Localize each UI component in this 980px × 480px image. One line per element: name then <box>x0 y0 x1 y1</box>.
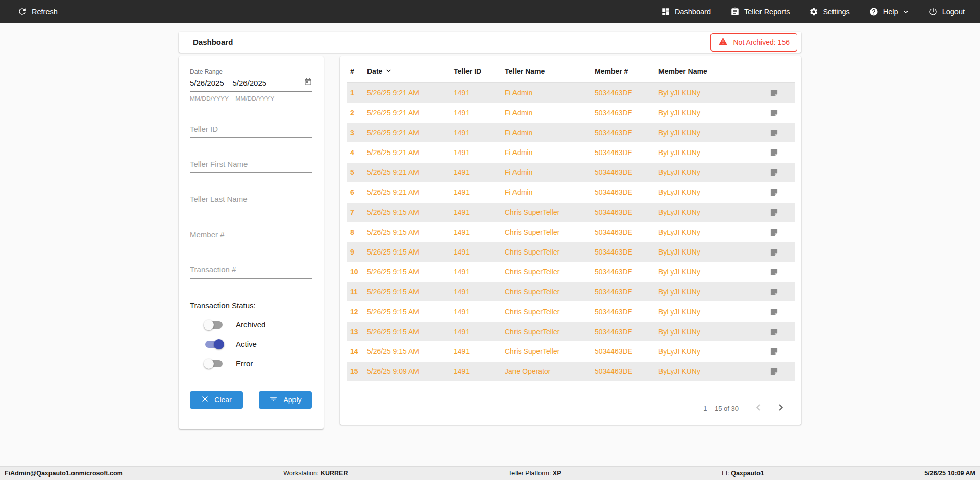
teller-name-cell: Chris SuperTeller <box>505 347 595 356</box>
note-icon[interactable] <box>767 308 795 316</box>
member-number-cell: 5034463DE <box>595 268 658 276</box>
table-row[interactable]: 13 5/26/25 9:15 AM 1491 Chris SuperTelle… <box>347 322 795 341</box>
teller-first-name-input[interactable] <box>190 157 312 173</box>
nav-settings[interactable]: Settings <box>809 7 849 16</box>
nav-logout[interactable]: Logout <box>928 7 965 16</box>
teller-id-cell: 1491 <box>454 109 505 117</box>
sort-desc-icon <box>385 67 392 75</box>
refresh-button[interactable]: Refresh <box>17 7 58 16</box>
col-date[interactable]: Date <box>367 67 454 75</box>
teller-id-cell: 1491 <box>454 367 505 375</box>
teller-name-cell: Fi Admin <box>505 188 595 196</box>
previous-page-button[interactable] <box>754 402 764 414</box>
row-number-cell: 4 <box>347 148 367 157</box>
table-row[interactable]: 9 5/26/25 9:15 AM 1491 Chris SuperTeller… <box>347 242 795 262</box>
date-range-input[interactable] <box>190 79 304 87</box>
workstation-label: Workstation: <box>283 470 318 477</box>
nav-teller-reports[interactable]: Teller Reports <box>730 7 790 16</box>
date-cell: 5/26/25 9:15 AM <box>367 288 454 296</box>
teller-name-cell: Fi Admin <box>505 89 595 97</box>
note-icon[interactable] <box>767 208 795 217</box>
teller-last-name-input[interactable] <box>190 192 312 208</box>
teller-name-cell: Fi Admin <box>505 148 595 157</box>
apply-button-label: Apply <box>283 396 301 404</box>
status-toggle[interactable] <box>205 341 223 348</box>
note-icon[interactable] <box>767 89 795 97</box>
table-row[interactable]: 11 5/26/25 9:15 AM 1491 Chris SuperTelle… <box>347 282 795 301</box>
date-cell: 5/26/25 9:21 AM <box>367 89 454 97</box>
member-number-cell: 5034463DE <box>595 347 658 356</box>
table-row[interactable]: 5 5/26/25 9:21 AM 1491 Fi Admin 5034463D… <box>347 163 795 182</box>
member-name-cell: ByLyJI KUNy <box>658 268 767 276</box>
teller-name-cell: Chris SuperTeller <box>505 327 595 336</box>
member-number-cell: 5034463DE <box>595 89 658 97</box>
row-number-cell: 11 <box>347 288 367 296</box>
table-row[interactable]: 8 5/26/25 9:15 AM 1491 Chris SuperTeller… <box>347 222 795 242</box>
transaction-number-input[interactable] <box>190 262 312 279</box>
teller-name-cell: Fi Admin <box>505 129 595 137</box>
note-icon[interactable] <box>767 129 795 137</box>
member-name-cell: ByLyJI KUNy <box>658 129 767 137</box>
table-row[interactable]: 6 5/26/25 9:21 AM 1491 Fi Admin 5034463D… <box>347 183 795 202</box>
next-page-button[interactable] <box>776 402 786 414</box>
teller-id-cell: 1491 <box>454 327 505 336</box>
row-number-cell: 12 <box>347 308 367 316</box>
table-row[interactable]: 14 5/26/25 9:15 AM 1491 Chris SuperTelle… <box>347 342 795 361</box>
teller-id-cell: 1491 <box>454 347 505 356</box>
date-cell: 5/26/25 9:21 AM <box>367 188 454 196</box>
member-number-cell: 5034463DE <box>595 109 658 117</box>
note-icon[interactable] <box>767 188 795 197</box>
toggle-row-active: Active <box>190 340 312 348</box>
teller-id-input[interactable] <box>190 121 312 138</box>
note-icon[interactable] <box>767 347 795 356</box>
nav-dashboard-label: Dashboard <box>675 8 711 16</box>
table-row[interactable]: 4 5/26/25 9:21 AM 1491 Fi Admin 5034463D… <box>347 143 795 162</box>
row-number-cell: 3 <box>347 129 367 137</box>
note-icon[interactable] <box>767 288 795 296</box>
table-row[interactable]: 15 5/26/25 9:09 AM 1491 Jane Operator 50… <box>347 362 795 381</box>
platform-value: XP <box>553 470 561 477</box>
teller-name-cell: Jane Operator <box>505 367 595 375</box>
nav-dashboard[interactable]: Dashboard <box>661 7 711 16</box>
row-number-cell: 6 <box>347 188 367 196</box>
note-icon[interactable] <box>767 327 795 336</box>
table-row[interactable]: 3 5/26/25 9:21 AM 1491 Fi Admin 5034463D… <box>347 123 795 142</box>
table-row[interactable]: 10 5/26/25 9:15 AM 1491 Chris SuperTelle… <box>347 262 795 282</box>
clear-button[interactable]: Clear <box>190 391 243 409</box>
table-row[interactable]: 2 5/26/25 9:21 AM 1491 Fi Admin 5034463D… <box>347 103 795 122</box>
date-cell: 5/26/25 9:09 AM <box>367 367 454 375</box>
note-icon[interactable] <box>767 109 795 117</box>
teller-id-cell: 1491 <box>454 208 505 216</box>
note-icon[interactable] <box>767 248 795 257</box>
not-archived-badge[interactable]: Not Archived: 156 <box>710 33 797 52</box>
member-number-cell: 5034463DE <box>595 129 658 137</box>
nav-help[interactable]: Help <box>869 7 909 16</box>
note-icon[interactable] <box>767 148 795 157</box>
status-toggle[interactable] <box>205 360 223 367</box>
chevron-down-icon <box>903 9 909 15</box>
note-icon[interactable] <box>767 367 795 376</box>
apply-button[interactable]: Apply <box>259 391 312 409</box>
date-range-label: Date Range <box>190 68 312 75</box>
col-member-number: Member # <box>595 67 658 75</box>
toggle-label-archived: Archived <box>236 320 265 329</box>
nav-logout-label: Logout <box>942 8 965 16</box>
date-cell: 5/26/25 9:15 AM <box>367 228 454 236</box>
status-toggle[interactable] <box>205 321 223 329</box>
teller-id-cell: 1491 <box>454 129 505 137</box>
member-name-cell: ByLyJI KUNy <box>658 168 767 176</box>
table-row[interactable]: 1 5/26/25 9:21 AM 1491 Fi Admin 5034463D… <box>347 83 795 103</box>
note-icon[interactable] <box>767 168 795 177</box>
row-number-cell: 9 <box>347 248 367 256</box>
member-number-input[interactable] <box>190 227 312 243</box>
teller-id-cell: 1491 <box>454 268 505 276</box>
teller-id-cell: 1491 <box>454 248 505 256</box>
note-icon[interactable] <box>767 268 795 276</box>
table-row[interactable]: 7 5/26/25 9:15 AM 1491 Chris SuperTeller… <box>347 203 795 222</box>
results-panel: # Date Teller ID Teller Name Member # Me… <box>340 56 801 425</box>
table-row[interactable]: 12 5/26/25 9:15 AM 1491 Chris SuperTelle… <box>347 302 795 321</box>
calendar-icon[interactable] <box>304 78 312 88</box>
note-icon[interactable] <box>767 228 795 237</box>
col-teller-name: Teller Name <box>505 67 595 75</box>
close-icon <box>201 395 209 405</box>
